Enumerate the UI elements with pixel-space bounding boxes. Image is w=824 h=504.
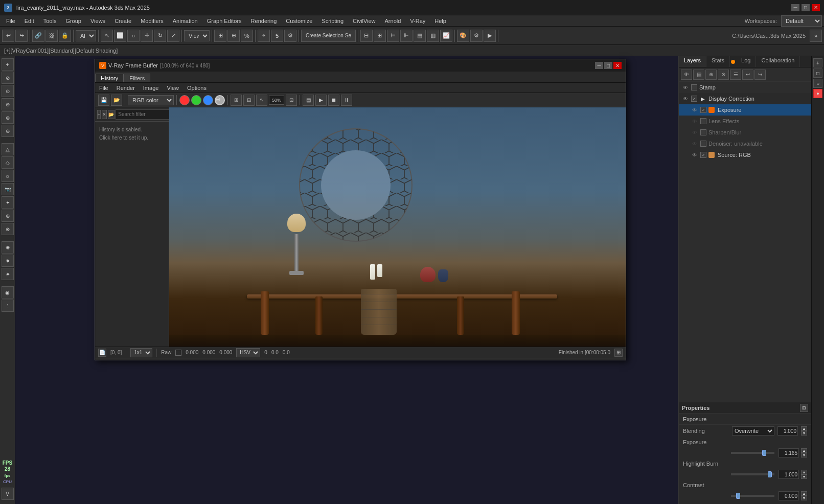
snap-button[interactable]: ⊞	[214, 30, 226, 42]
snap2-button[interactable]: ⊕	[227, 30, 240, 42]
menu-vray[interactable]: V-Ray	[406, 17, 429, 25]
unlink-button[interactable]: ⛓	[45, 30, 58, 42]
vfb-compare-button[interactable]: ⊟	[243, 95, 255, 106]
array-button[interactable]: ⊞	[374, 30, 386, 42]
layer-item-sharpen-blur[interactable]: 👁 Sharpen/Blur	[679, 127, 811, 138]
circle-select-button[interactable]: ○	[127, 30, 140, 42]
menu-views[interactable]: Views	[86, 17, 109, 25]
blending-down-btn[interactable]: ▼	[801, 431, 807, 436]
sidebar-muscle[interactable]: ✷	[2, 268, 14, 280]
scale-button[interactable]: ⤢	[167, 30, 179, 42]
material-editor-button[interactable]: 🎨	[457, 30, 469, 42]
contrast-down-btn[interactable]: ▼	[801, 496, 807, 500]
layer-item-lens-effects[interactable]: 👁 Lens Effects	[679, 116, 811, 127]
sidebar-motion[interactable]: ⊛	[2, 98, 14, 110]
expand-button[interactable]: »	[810, 30, 822, 42]
sidebar-shapes[interactable]: ◇	[2, 156, 14, 169]
percent-button[interactable]: %	[241, 30, 253, 42]
select-filter-dropdown[interactable]: All	[76, 30, 96, 41]
menu-edit[interactable]: Edit	[20, 17, 38, 25]
vfb-channel-dropdown[interactable]: RGB color	[128, 95, 174, 105]
layer-checkbox-sharpen[interactable]	[700, 129, 706, 135]
layer-item-display-correction[interactable]: 👁 ▶ Display Correction	[679, 93, 811, 104]
sidebar-space[interactable]: ⊕	[2, 210, 14, 222]
layer-eye-sharpen[interactable]: 👁	[691, 129, 698, 136]
vfb-blue-channel[interactable]	[203, 95, 213, 105]
vfb-tab-history[interactable]: History	[95, 74, 124, 82]
layer-button[interactable]: ▤	[414, 30, 426, 42]
menu-rendering[interactable]: Rendering	[247, 17, 281, 25]
vfb-green-channel[interactable]	[191, 95, 201, 105]
layer-expand-dc[interactable]: ▶	[699, 95, 706, 102]
menu-tools[interactable]: Tools	[39, 17, 61, 25]
vfb-alpha-channel[interactable]: ⊕	[215, 95, 225, 105]
menu-animation[interactable]: Animation	[169, 17, 202, 25]
layer-item-source-rgb[interactable]: 👁 Source: RGB	[679, 149, 811, 161]
vfb-load-button[interactable]: 📂	[111, 95, 122, 106]
menu-customize[interactable]: Customize	[282, 17, 316, 25]
exposure-down-btn[interactable]: ▼	[801, 453, 807, 457]
sidebar-lights[interactable]: ☼	[2, 170, 14, 182]
menu-scripting[interactable]: Scripting	[317, 17, 348, 25]
contrast-slider[interactable]	[731, 495, 774, 497]
blending-dropdown[interactable]: Overwrite	[732, 426, 774, 436]
ribbon-button[interactable]: ▥	[427, 30, 439, 42]
sidebar-vray[interactable]: V	[2, 488, 14, 500]
magnet-button[interactable]: ⌖	[258, 30, 270, 42]
vfb-menu-render[interactable]: Render	[115, 85, 137, 91]
select-button[interactable]: ↖	[101, 30, 113, 42]
layer-checkbox-stamp[interactable]	[691, 84, 697, 90]
highlight-slider[interactable]	[731, 473, 774, 475]
vfb-menu-view[interactable]: View	[165, 85, 181, 91]
sidebar-systems[interactable]: ⊗	[2, 223, 14, 235]
align2-button[interactable]: ⊩	[400, 30, 413, 42]
rp-tab-stats[interactable]: Stats	[706, 56, 730, 67]
far-right-btn-2[interactable]: □	[813, 68, 822, 78]
history-add-btn[interactable]: +	[97, 110, 101, 119]
exposure-slider[interactable]	[731, 452, 774, 454]
vfb-layers-button[interactable]: ▤	[303, 95, 314, 106]
vfb-maximize-button[interactable]: □	[604, 62, 612, 69]
sidebar-geo[interactable]: △	[2, 143, 14, 155]
menu-help[interactable]: Help	[430, 17, 450, 25]
vfb-fullscreen-button[interactable]: ⊡	[286, 95, 297, 106]
vfb-menu-image[interactable]: Image	[141, 85, 161, 91]
menu-graph-editors[interactable]: Graph Editors	[203, 17, 246, 25]
highlight-down-btn[interactable]: ▼	[801, 474, 807, 479]
num5-button[interactable]: 5	[271, 30, 283, 42]
menu-modifiers[interactable]: Modifiers	[136, 17, 168, 25]
vfb-stop-btn[interactable]: ⏹	[328, 95, 339, 106]
layer-eye-lens[interactable]: 👁	[691, 118, 698, 125]
mirror-button[interactable]: ⊟	[360, 30, 373, 42]
history-load-btn[interactable]: 📂	[108, 110, 115, 119]
vfb-red-channel[interactable]	[179, 95, 190, 105]
menu-create[interactable]: Create	[110, 17, 135, 25]
render-button[interactable]: ▶	[484, 30, 496, 42]
vfb-tab-filters[interactable]: Filters	[124, 74, 150, 82]
layer-checkbox-dc[interactable]	[691, 96, 697, 102]
sidebar-modify[interactable]: ⊘	[2, 72, 14, 84]
minimize-button[interactable]: ─	[791, 4, 799, 11]
rp-layer3-btn[interactable]: ⊗	[718, 70, 729, 80]
exposure-up-btn[interactable]: ▲	[801, 448, 807, 453]
vfb-save-img-button[interactable]: ⊞	[231, 95, 242, 106]
vfb-colorspace-select[interactable]: HSV	[236, 348, 260, 357]
rotate-button[interactable]: ↻	[154, 30, 166, 42]
vfb-pause-btn[interactable]: ⏸	[341, 95, 352, 106]
layer-checkbox-denoiser[interactable]	[700, 141, 706, 147]
vfb-select-button[interactable]: ↖	[256, 95, 267, 106]
rp-layer-btn[interactable]: ▤	[693, 70, 704, 80]
far-right-btn-3[interactable]: ○	[813, 79, 822, 88]
vfb-status-end[interactable]: ⊞	[614, 349, 623, 357]
rect-select-button[interactable]: ⬜	[114, 30, 126, 42]
create-selection-button[interactable]: Create Selection Se	[301, 30, 356, 42]
contrast-up-btn[interactable]: ▲	[801, 491, 807, 496]
workspace-selector[interactable]: Default	[781, 15, 822, 27]
maximize-button[interactable]: □	[802, 4, 810, 11]
vfb-save-button[interactable]: 💾	[98, 95, 109, 106]
sidebar-snap[interactable]: ◉	[2, 286, 14, 299]
layer-eye-dc[interactable]: 👁	[682, 95, 689, 102]
layer-eye-source[interactable]: 👁	[691, 151, 698, 158]
layer-item-denoiser[interactable]: 👁 Denoiser: unavailable	[679, 138, 811, 149]
rp-redo-btn[interactable]: ↪	[754, 70, 766, 80]
